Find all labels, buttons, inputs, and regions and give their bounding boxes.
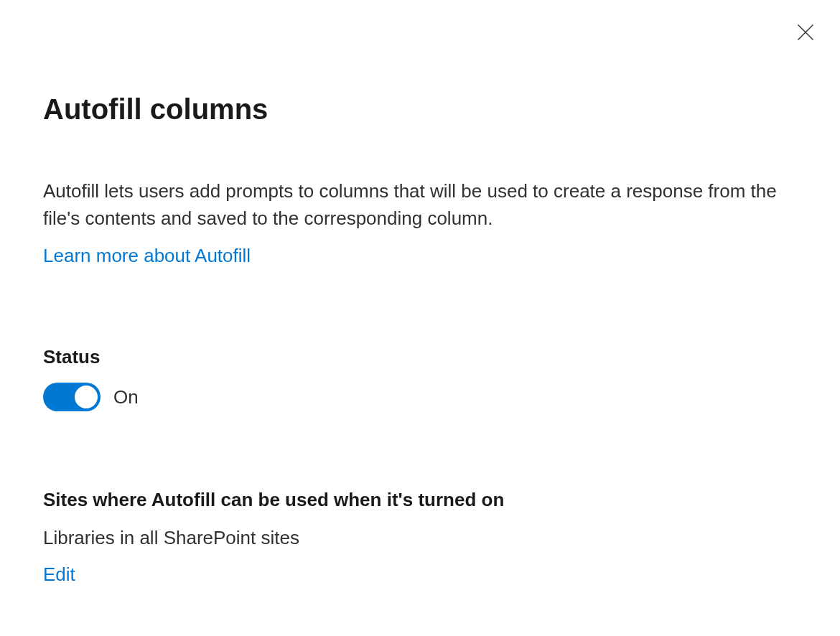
status-toggle-row: On [43,383,797,411]
close-icon [795,22,816,45]
sites-heading: Sites where Autofill can be used when it… [43,489,797,511]
sites-section: Sites where Autofill can be used when it… [43,489,797,586]
sites-value: Libraries in all SharePoint sites [43,527,797,549]
status-toggle-text: On [113,386,139,408]
description-text: Autofill lets users add prompts to colum… [43,178,797,232]
status-toggle[interactable] [43,383,101,411]
close-button[interactable] [793,20,818,46]
status-label: Status [43,346,797,368]
learn-more-link[interactable]: Learn more about Autofill [43,245,251,267]
settings-panel: Autofill columns Autofill lets users add… [0,0,840,586]
toggle-knob [75,385,98,408]
status-section: Status On [43,346,797,411]
edit-sites-link[interactable]: Edit [43,563,75,586]
page-title: Autofill columns [43,92,797,126]
